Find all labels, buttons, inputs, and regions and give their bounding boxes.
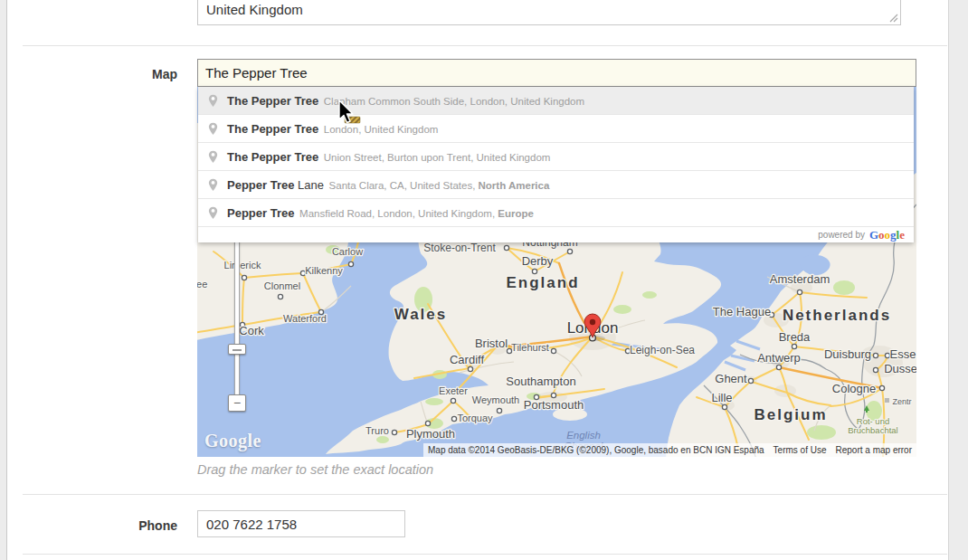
map-label: Derby	[522, 254, 554, 268]
city-dot	[497, 408, 501, 413]
city-dot	[797, 289, 802, 294]
page: United Kingdom Map	[0, 0, 968, 560]
powered-by-google: powered by Google	[198, 227, 914, 242]
section-divider	[23, 554, 947, 555]
city-dot	[451, 398, 455, 403]
map-label: Portsmouth	[524, 398, 584, 412]
map-label: Truro	[365, 425, 389, 436]
city-dot	[567, 249, 572, 253]
drag-marker-hint: Drag the marker to set the exact locatio…	[197, 462, 433, 477]
map-label: Breda	[779, 330, 811, 344]
city-dot	[468, 366, 472, 371]
map-label: Stoke-on-Trent	[423, 242, 496, 254]
map-label: lee	[197, 279, 207, 289]
pac-secondary-bold: North America	[479, 180, 550, 191]
pac-main-rest: Lane	[294, 178, 324, 192]
city-dot	[348, 261, 353, 266]
map-label: Clonmel	[264, 280, 300, 291]
autocomplete-items: The Pepper Tree Clapham Common South Sid…	[198, 87, 914, 227]
pac-secondary-bold: Europe	[498, 208, 534, 219]
phone-input[interactable]	[197, 510, 405, 537]
map-label: Carlow	[332, 246, 363, 257]
map-label: Cardiff	[450, 353, 484, 366]
map-label: Lille	[711, 391, 732, 404]
city-dot	[278, 294, 282, 299]
pin-icon	[208, 178, 218, 192]
autocomplete-dropdown: The Pepper Tree Clapham Common South Sid…	[198, 87, 914, 242]
map-label: Cologne	[832, 382, 876, 395]
pac-main: The Pepper Tree	[227, 150, 318, 164]
map-search-input[interactable]	[197, 59, 916, 87]
powered-by-text: powered by	[818, 230, 865, 240]
country-value: United Kingdom	[206, 2, 303, 17]
city-dot	[748, 378, 753, 383]
map-label: Bruchbachtal	[848, 425, 897, 435]
pac-main: The Pepper Tree	[227, 94, 318, 108]
page-right-margin	[948, 0, 968, 560]
city-dot	[551, 348, 555, 353]
city-dot	[873, 353, 878, 357]
poi-icon	[885, 398, 889, 403]
map-attribution: Map data ©2014 GeoBasis-DE/BKG (©2009), …	[423, 443, 916, 457]
map-label: Netherlands	[783, 307, 891, 324]
map-label: Esse	[890, 347, 916, 361]
section-divider	[23, 494, 947, 495]
autocomplete-item[interactable]: The Pepper Tree Clapham Common South Sid…	[198, 87, 914, 115]
city-dot	[873, 367, 878, 372]
pac-main: The Pepper Tree	[227, 122, 318, 136]
section-divider	[23, 45, 947, 46]
pac-secondary: Mansfield Road, London, United Kingdom,	[299, 208, 498, 219]
city-dot	[425, 421, 430, 425]
terms-of-use-link[interactable]: Terms of Use	[773, 445, 827, 455]
city-dot	[776, 365, 781, 369]
autocomplete-item[interactable]: Pepper Tree Mansfield Road, London, Unit…	[198, 199, 914, 227]
map-label: Weymouth	[472, 394, 519, 405]
report-map-error-link[interactable]: Report a map error	[836, 445, 912, 455]
google-watermark[interactable]: Google	[204, 431, 261, 451]
pac-secondary: Union Street, Burton upon Trent, United …	[324, 152, 551, 163]
city-dot	[242, 275, 246, 280]
map-label: Cork	[239, 324, 264, 337]
map-label: Belgium	[754, 406, 827, 423]
city-dot	[551, 393, 555, 397]
map-label: Ghent	[715, 372, 747, 385]
zoom-out-button[interactable]: −	[228, 394, 246, 412]
pin-icon	[208, 150, 218, 164]
map-label: Kilkenny	[305, 265, 343, 276]
attribution-text: Map data ©2014 GeoBasis-DE/BKG (©2009), …	[428, 445, 764, 455]
google-logo: Google	[869, 229, 905, 241]
map-label: Bristol	[475, 337, 508, 350]
city-dot	[879, 385, 884, 390]
autocomplete-item[interactable]: The Pepper Tree London, United Kingdom	[198, 115, 914, 143]
autocomplete-item[interactable]: Pepper Tree Lane Santa Clara, CA, United…	[198, 171, 914, 199]
country-textarea[interactable]: United Kingdom	[197, 0, 901, 25]
textarea-resize-handle[interactable]	[889, 14, 898, 23]
page-left-margin	[0, 0, 7, 560]
pin-icon	[208, 94, 218, 108]
pac-secondary: Clapham Common South Side, London, Unite…	[324, 96, 584, 107]
map-label: The Hague	[713, 305, 771, 318]
city-dot	[532, 269, 536, 273]
map-label: English	[566, 430, 601, 441]
autocomplete-item[interactable]: The Pepper Tree Union Street, Burton upo…	[198, 143, 914, 171]
city-dot	[451, 416, 456, 421]
map-label: Leigh-on-Sea	[630, 344, 695, 356]
map-label: Amsterdam	[770, 272, 830, 286]
map-label: Plymouth	[406, 427, 455, 441]
city-dot	[392, 430, 396, 434]
map-label: Wales	[394, 306, 448, 323]
pac-main: Pepper Tree	[227, 178, 294, 192]
pac-secondary: London, United Kingdom	[324, 124, 439, 135]
map-label: Duisburg	[824, 347, 871, 361]
city-dot	[504, 245, 508, 250]
map-field-label: Map	[51, 67, 177, 81]
map-label: Waterford	[283, 313, 327, 324]
map-label: England	[506, 274, 579, 291]
city-dot	[722, 404, 726, 409]
map-label: Tilehurst	[511, 342, 549, 353]
pin-icon	[208, 206, 218, 220]
zoom-slider-handle[interactable]	[228, 344, 246, 355]
map-label: Zentr	[892, 397, 911, 406]
pac-secondary: Santa Clara, CA, United States,	[329, 180, 479, 191]
map-label: Dussel	[884, 362, 916, 375]
